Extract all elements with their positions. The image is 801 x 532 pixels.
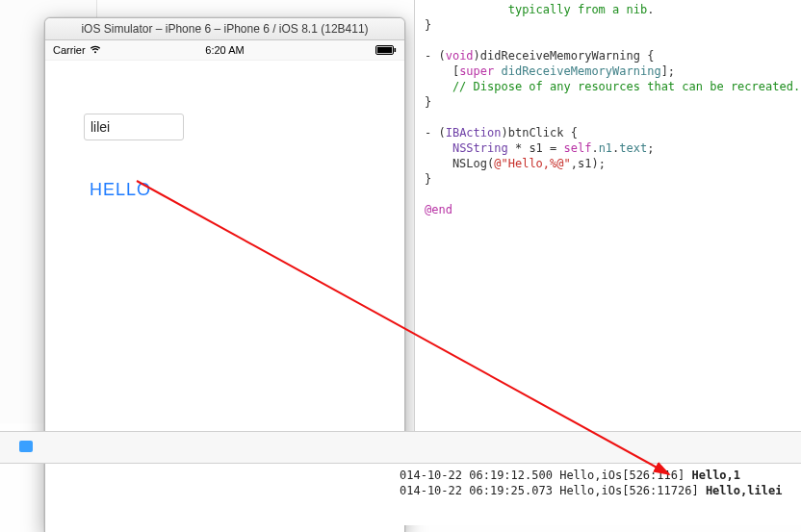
simulator-titlebar[interactable]: iOS Simulator – iPhone 6 – iPhone 6 / iO… — [45, 18, 404, 40]
code-token: - ( — [425, 126, 446, 139]
code-token: ,s1); — [571, 157, 606, 170]
code-token-self: self — [564, 141, 592, 155]
code-string: "Hello,%@" — [501, 157, 570, 170]
code-token: - ( — [425, 49, 446, 63]
code-token — [425, 141, 452, 155]
code-token-void: void — [446, 49, 474, 63]
code-editor[interactable]: typically from a nib. } - (void)didRecei… — [414, 0, 801, 435]
name-field[interactable] — [84, 114, 184, 140]
code-line: } — [425, 18, 431, 32]
code-token-ibaction: IBAction — [446, 126, 502, 139]
code-token: ; — [647, 141, 654, 155]
code-comment: // Dispose of any resources that can be … — [425, 80, 800, 93]
console-line: 014-10-22 06:19:25.073 Hello,iOs[526:117… — [400, 484, 782, 497]
code-token: * s1 = — [508, 141, 564, 155]
code-token: . — [647, 3, 654, 16]
console-line: 014-10-22 06:19:12.500 Hello,iOs[526:116… — [400, 469, 740, 482]
code-token: n1 — [599, 141, 612, 155]
simulator-status-bar: Carrier 6:20 AM — [45, 40, 404, 61]
status-time: 6:20 AM — [45, 44, 404, 56]
code-token: didReceiveMemoryWarning — [494, 64, 660, 78]
code-line: } — [425, 172, 431, 186]
code-token-end: @end — [425, 203, 452, 216]
code-token: )btnClick { — [501, 126, 577, 139]
debug-toolbar[interactable] — [0, 431, 801, 464]
code-token: ]; — [661, 64, 675, 78]
code-token: NSLog( — [425, 157, 494, 170]
debug-console[interactable]: 014-10-22 06:19:12.500 Hello,iOs[526:116… — [400, 464, 801, 525]
hello-button[interactable]: HELLO — [90, 180, 151, 200]
code-line: typically from a nib — [425, 3, 647, 16]
code-token-super: super — [459, 64, 494, 78]
code-token: )didReceiveMemoryWarning { — [474, 49, 655, 63]
code-token: text — [619, 141, 647, 155]
code-token-nsstring: NSString — [452, 141, 508, 155]
breakpoint-indicator-icon[interactable] — [19, 441, 33, 452]
code-token: . — [591, 141, 598, 155]
code-token: [ — [425, 64, 459, 78]
code-line: } — [425, 95, 431, 109]
